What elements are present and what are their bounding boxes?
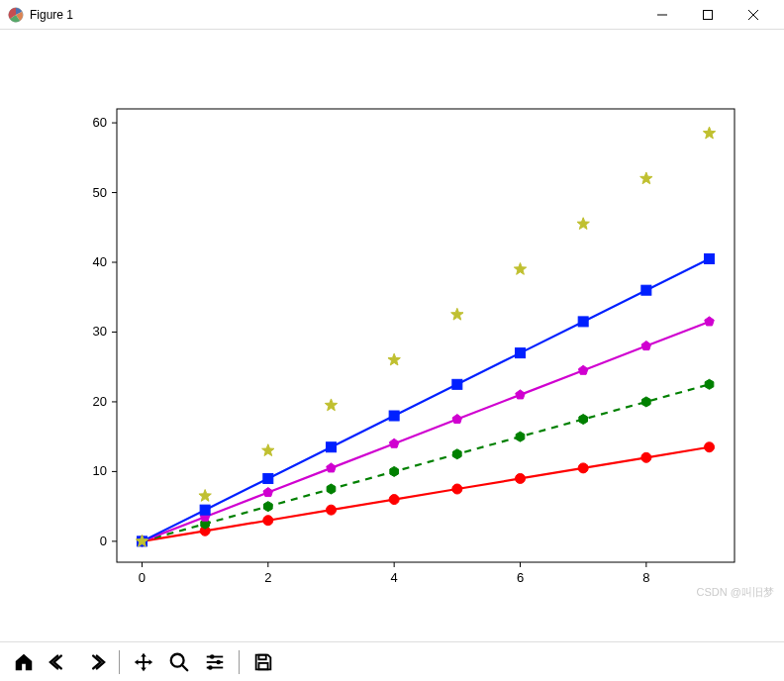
mpl-toolbar [0, 641, 784, 681]
svg-point-85 [216, 659, 221, 664]
svg-rect-65 [452, 379, 462, 389]
configure-button[interactable] [199, 646, 231, 678]
svg-point-38 [641, 452, 651, 462]
svg-rect-2 [704, 10, 713, 19]
svg-marker-43 [327, 484, 336, 494]
svg-point-34 [389, 495, 399, 505]
svg-marker-47 [579, 415, 588, 425]
zoom-icon [168, 651, 190, 673]
back-arrow-icon [49, 651, 70, 673]
back-button[interactable] [44, 646, 75, 678]
svg-text:10: 10 [93, 463, 107, 478]
svg-text:8: 8 [642, 570, 649, 585]
svg-text:2: 2 [264, 570, 271, 585]
home-icon [13, 651, 35, 673]
svg-marker-46 [516, 432, 525, 441]
svg-point-33 [326, 505, 336, 515]
window-title: Figure 1 [30, 8, 639, 22]
home-button[interactable] [8, 646, 40, 678]
svg-marker-49 [705, 379, 714, 389]
plot-area: 024680102030405060 CSDN @叫旧梦 [0, 30, 784, 641]
svg-rect-69 [705, 253, 715, 263]
svg-point-35 [452, 484, 462, 494]
svg-text:60: 60 [93, 115, 107, 130]
save-button[interactable] [247, 646, 279, 678]
svg-rect-89 [258, 662, 267, 668]
svg-point-83 [210, 654, 215, 659]
svg-marker-44 [390, 466, 399, 476]
pan-button[interactable] [128, 646, 159, 678]
svg-text:40: 40 [93, 254, 107, 269]
svg-marker-42 [263, 502, 272, 512]
minimize-icon [657, 10, 667, 20]
svg-point-36 [516, 473, 526, 483]
close-button[interactable] [731, 0, 776, 30]
svg-point-32 [263, 516, 273, 526]
svg-text:0: 0 [139, 570, 146, 585]
svg-text:0: 0 [100, 534, 107, 548]
svg-text:30: 30 [93, 324, 107, 339]
svg-rect-88 [258, 654, 265, 659]
svg-text:50: 50 [93, 185, 107, 200]
maximize-icon [703, 10, 713, 20]
svg-rect-64 [389, 411, 399, 421]
svg-point-39 [705, 442, 715, 452]
window-controls [639, 0, 776, 30]
toolbar-separator [119, 650, 120, 674]
svg-marker-45 [453, 449, 462, 459]
svg-text:20: 20 [93, 394, 107, 409]
svg-rect-62 [263, 473, 273, 483]
minimize-button[interactable] [639, 0, 685, 30]
matplotlib-icon [8, 7, 24, 23]
svg-rect-67 [578, 317, 588, 327]
sliders-icon [204, 651, 226, 673]
svg-rect-63 [326, 442, 336, 452]
close-icon [748, 10, 758, 20]
titlebar: Figure 1 [0, 0, 784, 30]
maximize-button[interactable] [685, 0, 731, 30]
svg-rect-61 [200, 505, 210, 515]
pan-icon [133, 651, 154, 673]
svg-rect-66 [516, 348, 526, 358]
svg-point-37 [578, 463, 588, 473]
chart-canvas[interactable]: 024680102030405060 [0, 30, 784, 641]
svg-text:4: 4 [391, 570, 398, 585]
save-icon [252, 651, 274, 673]
svg-marker-48 [642, 397, 651, 407]
forward-arrow-icon [84, 651, 106, 673]
forward-button[interactable] [79, 646, 111, 678]
svg-point-87 [208, 665, 213, 670]
svg-line-81 [182, 664, 188, 670]
svg-text:6: 6 [517, 570, 524, 585]
zoom-button[interactable] [163, 646, 195, 678]
toolbar-separator [239, 650, 240, 674]
svg-rect-68 [641, 285, 651, 295]
